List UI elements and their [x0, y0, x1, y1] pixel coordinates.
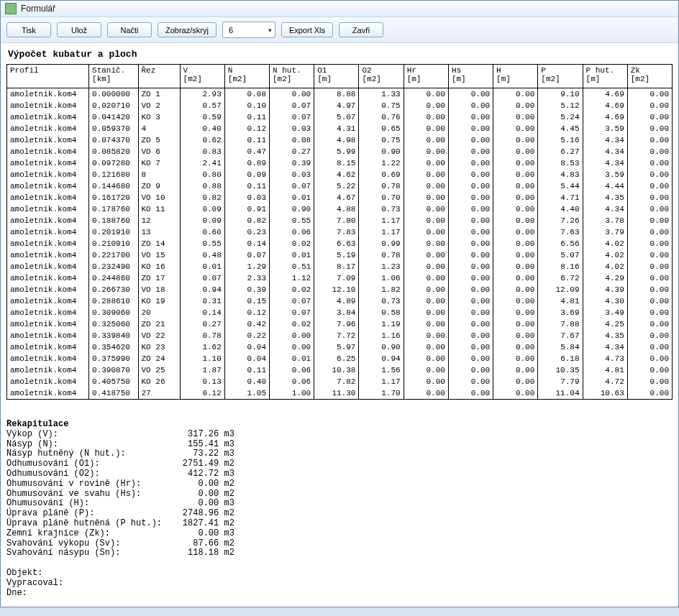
cell: 0.48: [180, 249, 224, 261]
cell: VO 2: [138, 100, 180, 111]
cell: 0.00: [404, 376, 448, 387]
cell: 0.40: [180, 123, 224, 134]
cell: 0.00: [627, 284, 672, 295]
print-button[interactable]: Tisk: [6, 22, 51, 37]
cell: 0.40: [224, 376, 269, 387]
cell: 1.16: [359, 330, 404, 341]
col-header: H[m]: [493, 65, 538, 88]
cell: VO 15: [138, 249, 180, 261]
cell: amoletnik.kom4: [7, 238, 89, 249]
cell: 0.00: [404, 330, 448, 341]
cell: 0.144680: [89, 180, 138, 192]
cell: 7.26: [538, 215, 583, 226]
cell: 0.00: [493, 123, 538, 134]
cell: 7.83: [314, 226, 359, 238]
cell: 0.00: [404, 180, 448, 192]
table-row: amoletnik.kom40.074370ZO 50.620.110.084.…: [7, 134, 673, 146]
value-select[interactable]: 6 ▾: [222, 22, 275, 38]
cell: 0.27: [180, 318, 224, 330]
cell: 4.25: [583, 318, 627, 330]
cell: 0.03: [270, 169, 314, 180]
cell: 4.72: [583, 376, 627, 387]
col-header: P[m2]: [538, 65, 583, 88]
cell: 4.34: [583, 146, 627, 157]
col-header: Profil: [7, 65, 89, 88]
cell: amoletnik.kom4: [7, 123, 89, 134]
cell: 3.78: [583, 215, 627, 226]
show-hide-button[interactable]: Zobraz/skryj: [158, 22, 217, 37]
cell: 7.79: [538, 376, 583, 387]
cell: 0.00: [493, 330, 538, 341]
table-row: amoletnik.kom40.232490KO 160.011.290.518…: [7, 261, 673, 272]
cell: 0.88: [180, 180, 224, 192]
cell: 0.00: [627, 295, 672, 307]
cell: 0.221700: [89, 249, 138, 261]
cell: 0.27: [270, 146, 314, 157]
cell: ZO 21: [138, 318, 180, 330]
table-row: amoletnik.kom40.161720VO 100.820.030.014…: [7, 192, 673, 203]
cell: 0.288610: [89, 295, 138, 307]
cell: 0.00: [493, 180, 538, 192]
cell: 0.00: [404, 238, 448, 249]
select-value: 6: [229, 26, 233, 35]
cell: 0.390870: [89, 364, 138, 376]
table-row: amoletnik.kom40.288610KO 190.310.150.074…: [7, 295, 673, 307]
cell: 0.309060: [89, 307, 138, 318]
cell: 0.000000: [89, 88, 138, 101]
cell: 4.39: [583, 284, 627, 295]
cell: amoletnik.kom4: [7, 111, 89, 123]
cell: 0.07: [270, 307, 314, 318]
cell: KO 11: [138, 203, 180, 215]
cell: 0.00: [404, 203, 448, 215]
cell: ZO 1: [138, 88, 180, 101]
cell: 0.91: [224, 203, 269, 215]
load-button[interactable]: Načti: [107, 22, 152, 37]
cell: 20: [138, 307, 180, 318]
table-row: amoletnik.kom40.221700VO 150.480.070.015…: [7, 249, 673, 261]
cell: 0.42: [224, 318, 269, 330]
cell: 4.35: [583, 192, 627, 203]
cell: 0.00: [448, 134, 493, 146]
cell: amoletnik.kom4: [7, 364, 89, 376]
col-header: Řez: [138, 65, 180, 88]
cell: 3.79: [583, 226, 627, 238]
cell: 0.00: [627, 238, 672, 249]
save-button[interactable]: Ulož: [57, 22, 101, 37]
cell: 11.30: [314, 387, 359, 400]
cell: ZO 5: [138, 134, 180, 146]
cell: 0.00: [404, 295, 448, 307]
cell: 8.15: [314, 157, 359, 169]
cell: 0.00: [448, 353, 493, 364]
cell: 0.14: [224, 238, 269, 249]
cell: 0.00: [627, 100, 672, 111]
cell: 0.00: [493, 387, 538, 400]
cell: 0.09: [224, 169, 269, 180]
cell: 0.39: [224, 284, 269, 295]
cell: 0.10: [224, 100, 269, 111]
cell: 0.097280: [89, 157, 138, 169]
cell: amoletnik.kom4: [7, 249, 89, 261]
cell: 0.06: [270, 364, 314, 376]
cell: 5.16: [538, 134, 583, 146]
cell: 0.00: [448, 284, 493, 295]
cell: 4.98: [314, 134, 359, 146]
cell: amoletnik.kom4: [7, 307, 89, 318]
close-button[interactable]: Zavři: [339, 22, 383, 37]
cell: 1.56: [359, 364, 404, 376]
cell: 0.00: [404, 341, 448, 353]
cell: 0.12: [224, 123, 269, 134]
export-xls-button[interactable]: Export Xls: [281, 22, 333, 37]
cell: 3.59: [583, 123, 627, 134]
recap-title: Rekapitulace: [6, 419, 68, 429]
cell: VO 22: [138, 330, 180, 341]
cell: 0.07: [270, 100, 314, 111]
cell: 0.94: [359, 353, 404, 364]
cell: amoletnik.kom4: [7, 387, 89, 400]
cell: ZO 14: [138, 238, 180, 249]
cell: KO 7: [138, 157, 180, 169]
cell: 0.11: [224, 364, 269, 376]
cell: 10.35: [538, 364, 583, 376]
cell: 0.405750: [89, 376, 138, 387]
cell: 4.35: [583, 330, 627, 341]
cell: 0.041420: [89, 111, 138, 123]
